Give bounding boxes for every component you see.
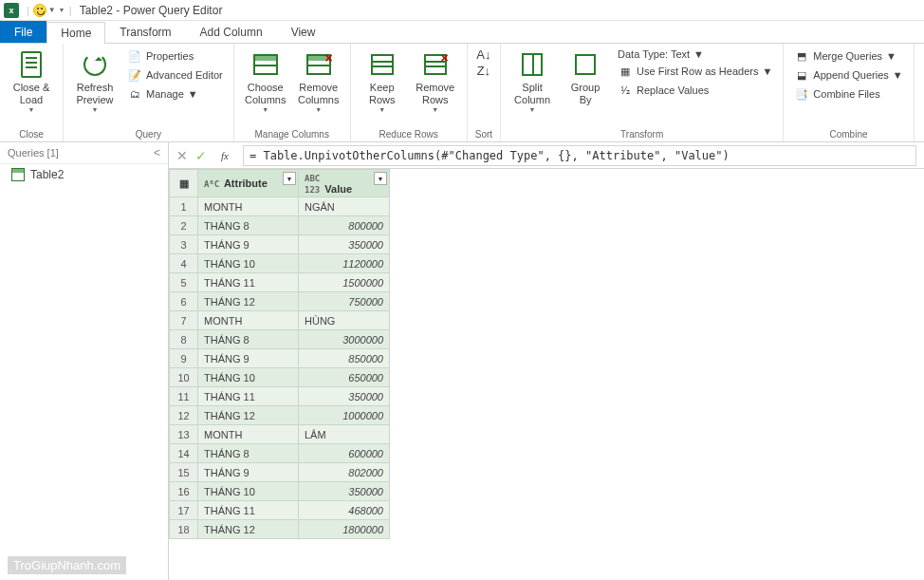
row-number[interactable]: 8 (170, 330, 198, 349)
refresh-preview-button[interactable]: Refresh Preview ▼ (71, 47, 119, 117)
qat-customize[interactable]: ▾ (60, 6, 64, 14)
tab-view[interactable]: View (277, 21, 330, 43)
formula-cancel-icon[interactable]: ✕ (176, 148, 188, 163)
row-number[interactable]: 17 (170, 501, 198, 520)
cell-value[interactable]: 3000000 (299, 330, 390, 349)
cell-attribute[interactable]: THÁNG 10 (198, 254, 299, 273)
table-row[interactable]: 10THÁNG 10650000 (170, 368, 390, 387)
cell-attribute[interactable]: THÁNG 8 (198, 216, 299, 235)
cell-value[interactable]: 468000 (299, 501, 390, 520)
cell-attribute[interactable]: MONTH (198, 197, 299, 216)
table-row[interactable]: 3THÁNG 9350000 (170, 235, 390, 254)
combine-files-button[interactable]: 📑Combine Files (791, 85, 905, 103)
cell-attribute[interactable]: MONTH (198, 425, 299, 444)
cell-value[interactable]: 350000 (299, 235, 390, 254)
replace-values-button[interactable]: ¹⁄₂Replace Values (615, 82, 775, 99)
smiley-icon[interactable] (33, 4, 46, 17)
cell-attribute[interactable]: THÁNG 12 (198, 520, 299, 539)
append-queries-button[interactable]: ⬓Append Queries ▼ (791, 66, 905, 84)
cell-value[interactable]: 750000 (299, 292, 390, 311)
cell-attribute[interactable]: THÁNG 9 (198, 235, 299, 254)
collapse-pane-icon[interactable]: < (154, 146, 160, 159)
table-row[interactable]: 8THÁNG 83000000 (170, 330, 390, 349)
cell-value[interactable]: 1120000 (299, 254, 390, 273)
cell-attribute[interactable]: THÁNG 9 (198, 349, 299, 368)
cell-attribute[interactable]: THÁNG 11 (198, 273, 299, 292)
filter-button-icon[interactable]: ▼ (374, 172, 387, 185)
properties-button[interactable]: 📄Properties (124, 47, 226, 65)
cell-value[interactable]: LÂM (299, 425, 390, 444)
table-row[interactable]: 6THÁNG 12750000 (170, 292, 390, 311)
table-row[interactable]: 14THÁNG 8600000 (170, 444, 390, 463)
choose-columns-button[interactable]: Choose Columns ▼ (242, 47, 289, 117)
table-row[interactable]: 16THÁNG 10350000 (170, 482, 390, 501)
row-number[interactable]: 16 (170, 482, 198, 501)
table-row[interactable]: 2THÁNG 8800000 (170, 216, 390, 235)
grid-corner[interactable]: ▦ (170, 170, 198, 197)
cell-attribute[interactable]: THÁNG 11 (198, 501, 299, 520)
keep-rows-button[interactable]: Keep Rows ▼ (359, 47, 406, 117)
sort-desc-button[interactable]: Z↓ (477, 64, 490, 78)
row-number[interactable]: 13 (170, 425, 198, 444)
cell-value[interactable]: HÙNG (299, 311, 390, 330)
row-number[interactable]: 1 (170, 197, 198, 216)
cell-value[interactable]: 350000 (299, 482, 390, 501)
row-number[interactable]: 5 (170, 273, 198, 292)
remove-columns-button[interactable]: Remove Columns ▼ (295, 47, 342, 117)
cell-value[interactable]: 802000 (299, 463, 390, 482)
table-row[interactable]: 7MONTHHÙNG (170, 311, 390, 330)
advanced-editor-button[interactable]: 📝Advanced Editor (124, 66, 226, 84)
column-header-attribute[interactable]: AᴮC Attribute ▼ (198, 170, 299, 197)
table-row[interactable]: 13MONTHLÂM (170, 425, 390, 444)
query-item-table2[interactable]: Table2 (0, 164, 168, 185)
table-row[interactable]: 5THÁNG 111500000 (170, 273, 390, 292)
cell-value[interactable]: 650000 (299, 368, 390, 387)
tab-file[interactable]: File (0, 21, 46, 43)
column-header-value[interactable]: ABC123 Value ▼ (299, 170, 390, 197)
manage-button[interactable]: 🗂Manage ▼ (124, 85, 226, 103)
cell-attribute[interactable]: THÁNG 8 (198, 330, 299, 349)
cell-attribute[interactable]: THÁNG 10 (198, 482, 299, 501)
cell-value[interactable]: NGÂN (299, 197, 390, 216)
row-number[interactable]: 10 (170, 368, 198, 387)
cell-value[interactable]: 350000 (299, 387, 390, 406)
tab-transform[interactable]: Transform (105, 21, 185, 43)
split-column-button[interactable]: Split Column ▼ (508, 47, 556, 117)
row-number[interactable]: 14 (170, 444, 198, 463)
data-type-button[interactable]: Data Type: Text ▼ (615, 47, 775, 61)
table-row[interactable]: 12THÁNG 121000000 (170, 406, 390, 425)
tab-add-column[interactable]: Add Column (186, 21, 277, 43)
sort-asc-button[interactable]: A↓ (476, 47, 490, 62)
filter-button-icon[interactable]: ▼ (283, 172, 296, 185)
formula-input[interactable] (243, 145, 916, 166)
formula-accept-icon[interactable]: ✓ (195, 148, 207, 163)
cell-value[interactable]: 1800000 (299, 520, 390, 539)
qat-dropdown[interactable]: ▼ (48, 6, 56, 14)
merge-queries-button[interactable]: ⬒Merge Queries ▼ (791, 47, 905, 65)
row-number[interactable]: 6 (170, 292, 198, 311)
row-number[interactable]: 4 (170, 254, 198, 273)
table-row[interactable]: 11THÁNG 11350000 (170, 387, 390, 406)
cell-attribute[interactable]: THÁNG 9 (198, 463, 299, 482)
data-grid-wrap[interactable]: ▦ AᴮC Attribute ▼ ABC123 Value ▼ 1MO (169, 169, 924, 580)
table-row[interactable]: 18THÁNG 121800000 (170, 520, 390, 539)
tab-home[interactable]: Home (46, 22, 105, 44)
table-row[interactable]: 1MONTHNGÂN (170, 197, 390, 216)
first-row-headers-button[interactable]: ▦Use First Row as Headers ▼ (615, 63, 775, 80)
row-number[interactable]: 3 (170, 235, 198, 254)
cell-attribute[interactable]: THÁNG 12 (198, 406, 299, 425)
cell-value[interactable]: 850000 (299, 349, 390, 368)
cell-attribute[interactable]: MONTH (198, 311, 299, 330)
cell-value[interactable]: 1000000 (299, 406, 390, 425)
row-number[interactable]: 7 (170, 311, 198, 330)
cell-attribute[interactable]: THÁNG 10 (198, 368, 299, 387)
cell-value[interactable]: 600000 (299, 444, 390, 463)
cell-attribute[interactable]: THÁNG 8 (198, 444, 299, 463)
cell-value[interactable]: 800000 (299, 216, 390, 235)
row-number[interactable]: 11 (170, 387, 198, 406)
table-row[interactable]: 17THÁNG 11468000 (170, 501, 390, 520)
close-and-load-button[interactable]: Close & Load ▼ (8, 47, 55, 117)
row-number[interactable]: 18 (170, 520, 198, 539)
row-number[interactable]: 9 (170, 349, 198, 368)
remove-rows-button[interactable]: Remove Rows ▼ (412, 47, 459, 117)
